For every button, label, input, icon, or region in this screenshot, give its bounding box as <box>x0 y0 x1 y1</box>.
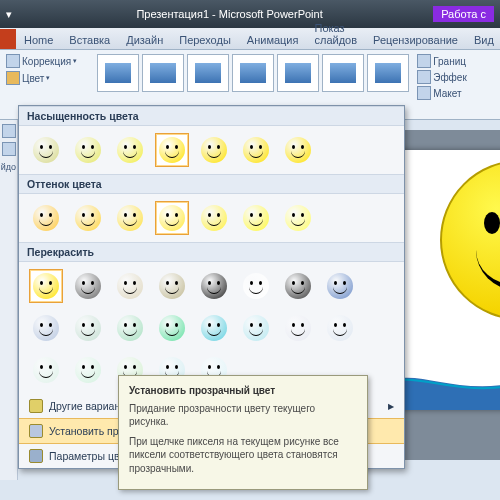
color-swatch[interactable] <box>197 269 231 303</box>
color-swatch[interactable] <box>113 201 147 235</box>
params-label: Параметры цве <box>49 450 125 462</box>
color-swatch[interactable] <box>197 133 231 167</box>
tab-view[interactable]: Вид <box>466 31 500 49</box>
effects-label: Эффек <box>433 72 467 83</box>
color-swatch[interactable] <box>239 133 273 167</box>
tone-row <box>19 194 404 242</box>
color-swatch[interactable] <box>71 353 105 387</box>
color-swatch[interactable] <box>239 311 273 345</box>
style-thumb[interactable] <box>367 54 409 92</box>
style-thumb[interactable] <box>142 54 184 92</box>
color-button[interactable]: Цвет▾ <box>6 71 77 85</box>
eyedropper-icon <box>29 424 43 438</box>
app-menu-icon[interactable]: ▾ <box>6 8 26 21</box>
effects-icon <box>417 70 431 84</box>
picture-border-button[interactable]: Границ <box>417 54 467 68</box>
ribbon-tabs: Home Вставка Дизайн Переходы Анимация По… <box>0 28 500 50</box>
color-swatch[interactable] <box>155 201 189 235</box>
sun-icon <box>6 54 20 68</box>
section-recolor: Перекрасить <box>19 242 404 262</box>
tooltip-line: При щелчке пикселя на текущем рисунке вс… <box>129 435 357 476</box>
border-label: Границ <box>433 56 466 67</box>
layout-icon <box>417 86 431 100</box>
color-swatch[interactable] <box>71 133 105 167</box>
tool-icon[interactable] <box>2 124 16 138</box>
color-swatch[interactable] <box>155 269 189 303</box>
color-swatch[interactable] <box>29 311 63 345</box>
title-bar: ▾ Презентация1 - Microsoft PowerPoint Ра… <box>0 0 500 28</box>
color-swatch[interactable] <box>239 269 273 303</box>
section-saturation: Насыщенность цвета <box>19 106 404 126</box>
color-swatch[interactable] <box>155 311 189 345</box>
tool-icon[interactable] <box>2 142 16 156</box>
picture-layout-button[interactable]: Макет <box>417 86 467 100</box>
correction-button[interactable]: Коррекция▾ <box>6 54 77 68</box>
chevron-down-icon: ▾ <box>73 57 77 65</box>
color-swatch[interactable] <box>71 269 105 303</box>
style-thumb[interactable] <box>277 54 319 92</box>
color-swatch[interactable] <box>323 311 357 345</box>
chevron-right-icon: ▶ <box>388 402 394 411</box>
color-swatch[interactable] <box>29 353 63 387</box>
file-tab[interactable] <box>0 29 16 49</box>
color-swatch[interactable] <box>113 269 147 303</box>
color-swatch[interactable] <box>239 201 273 235</box>
tab-transitions[interactable]: Переходы <box>171 31 239 49</box>
border-icon <box>417 54 431 68</box>
tab-animation[interactable]: Анимация <box>239 31 307 49</box>
palette-icon <box>29 399 43 413</box>
color-swatch[interactable] <box>281 133 315 167</box>
color-swatch[interactable] <box>29 269 63 303</box>
left-pane-edge: йдо <box>0 120 18 480</box>
palette-icon <box>6 71 20 85</box>
tooltip-line: Придание прозрачности цвету текущего рис… <box>129 402 357 429</box>
correction-label: Коррекция <box>22 56 71 67</box>
gear-icon <box>29 449 43 463</box>
color-swatch[interactable] <box>29 133 63 167</box>
color-swatch[interactable] <box>281 201 315 235</box>
window-title: Презентация1 - Microsoft PowerPoint <box>26 8 433 20</box>
tab-insert[interactable]: Вставка <box>61 31 118 49</box>
tab-home[interactable]: Home <box>16 31 61 49</box>
color-label: Цвет <box>22 73 44 84</box>
tab-review[interactable]: Рецензирование <box>365 31 466 49</box>
section-tone: Оттенок цвета <box>19 174 404 194</box>
tab-slideshow[interactable]: Показ слайдов <box>306 19 365 49</box>
layout-label: Макет <box>433 88 461 99</box>
color-swatch[interactable] <box>155 133 189 167</box>
style-thumb[interactable] <box>187 54 229 92</box>
chevron-down-icon: ▾ <box>46 74 50 82</box>
contextual-tab[interactable]: Работа с <box>433 6 494 22</box>
smiley-image[interactable] <box>440 160 500 320</box>
color-swatch[interactable] <box>281 269 315 303</box>
color-swatch[interactable] <box>197 201 231 235</box>
color-swatch[interactable] <box>71 201 105 235</box>
color-swatch[interactable] <box>323 269 357 303</box>
color-swatch[interactable] <box>281 311 315 345</box>
color-swatch[interactable] <box>113 311 147 345</box>
color-swatch[interactable] <box>197 311 231 345</box>
tab-design[interactable]: Дизайн <box>118 31 171 49</box>
style-thumb[interactable] <box>97 54 139 92</box>
tooltip-title: Установить прозрачный цвет <box>129 384 357 398</box>
tooltip: Установить прозрачный цвет Придание проз… <box>118 375 368 490</box>
picture-styles-gallery[interactable] <box>97 54 409 92</box>
color-swatch[interactable] <box>71 311 105 345</box>
clipped-label: йдо <box>0 162 17 172</box>
color-swatch[interactable] <box>29 201 63 235</box>
color-swatch[interactable] <box>113 133 147 167</box>
saturation-row <box>19 126 404 174</box>
style-thumb[interactable] <box>232 54 274 92</box>
picture-effects-button[interactable]: Эффек <box>417 70 467 84</box>
style-thumb[interactable] <box>322 54 364 92</box>
